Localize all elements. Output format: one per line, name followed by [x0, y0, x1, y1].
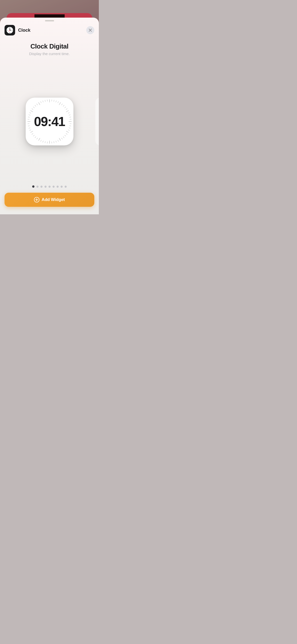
svg-line-57	[28, 117, 29, 117]
svg-line-41	[47, 142, 47, 143]
svg-line-12	[54, 100, 54, 101]
dot-6	[53, 186, 55, 188]
svg-line-60	[30, 110, 33, 112]
svg-line-15	[59, 102, 60, 105]
clock-time: 09:41	[34, 114, 65, 129]
dot-1	[32, 185, 34, 188]
close-button[interactable]	[86, 26, 94, 34]
svg-line-14	[58, 101, 58, 103]
svg-line-64	[36, 104, 37, 105]
svg-line-11	[52, 100, 52, 101]
svg-line-38	[54, 141, 54, 143]
close-icon	[89, 28, 92, 32]
svg-line-21	[68, 112, 69, 113]
svg-line-66	[40, 101, 41, 103]
svg-line-23	[69, 117, 71, 117]
widget-subtitle: Display the current time.	[29, 52, 70, 56]
svg-line-42	[45, 141, 45, 143]
clock-widget: 09:41	[26, 98, 73, 145]
svg-line-18	[65, 107, 66, 108]
svg-line-51	[29, 130, 31, 130]
dot-2	[36, 186, 38, 188]
svg-line-20	[66, 110, 68, 112]
page-dots	[32, 185, 67, 188]
svg-line-29	[68, 130, 69, 130]
svg-line-53	[28, 126, 29, 126]
svg-line-22	[69, 115, 70, 115]
widget-preview-area: 09:41	[0, 57, 99, 185]
dot-3	[40, 186, 43, 188]
svg-line-43	[43, 141, 43, 142]
svg-line-47	[35, 137, 36, 138]
add-widget-button[interactable]: Add Widget	[5, 193, 94, 207]
svg-line-44	[40, 140, 41, 141]
svg-line-45	[38, 138, 40, 140]
svg-line-17	[63, 105, 64, 106]
widget-title-section: Clock Digital Display the current time.	[22, 38, 77, 57]
svg-line-61	[32, 108, 33, 109]
svg-line-27	[69, 126, 71, 126]
svg-line-34	[61, 138, 62, 139]
svg-line-63	[35, 105, 36, 106]
svg-line-16	[61, 104, 62, 105]
svg-line-30	[66, 131, 68, 132]
svg-line-65	[38, 102, 40, 105]
svg-line-49	[32, 133, 33, 134]
plus-circle-icon	[34, 197, 39, 203]
bottom-section: Add Widget	[0, 185, 99, 214]
svg-line-52	[29, 128, 30, 128]
svg-line-59	[29, 112, 31, 113]
svg-line-69	[47, 100, 47, 101]
dot-4	[45, 186, 47, 188]
svg-line-62	[33, 107, 34, 108]
svg-line-13	[56, 101, 56, 102]
widget-title: Clock Digital	[29, 43, 70, 50]
svg-line-35	[59, 138, 60, 140]
svg-line-26	[70, 124, 71, 124]
svg-line-33	[63, 137, 64, 138]
svg-line-28	[69, 128, 70, 128]
svg-line-24	[70, 119, 71, 119]
svg-line-54	[28, 124, 29, 124]
svg-line-37	[56, 141, 56, 142]
svg-line-32	[65, 135, 66, 136]
svg-line-36	[58, 140, 58, 141]
app-icon	[5, 25, 15, 35]
add-widget-label: Add Widget	[41, 197, 65, 202]
next-widget-peek	[95, 98, 99, 145]
svg-line-46	[36, 138, 37, 139]
sheet-header: Clock	[0, 21, 99, 38]
svg-line-67	[43, 101, 43, 102]
svg-line-56	[28, 119, 29, 119]
svg-line-39	[52, 142, 52, 143]
dot-8	[61, 186, 63, 188]
dot-9	[65, 186, 67, 188]
clock-app-svg	[5, 26, 14, 35]
svg-line-31	[66, 133, 67, 134]
app-name-label: Clock	[18, 28, 86, 33]
svg-line-50	[30, 131, 33, 132]
svg-line-48	[33, 135, 34, 136]
svg-line-58	[29, 115, 30, 115]
dot-5	[49, 186, 51, 188]
svg-line-68	[45, 100, 45, 101]
dot-7	[57, 186, 59, 188]
bottom-sheet: Clock Clock Digital Display the current …	[0, 18, 99, 214]
svg-line-19	[66, 108, 67, 109]
